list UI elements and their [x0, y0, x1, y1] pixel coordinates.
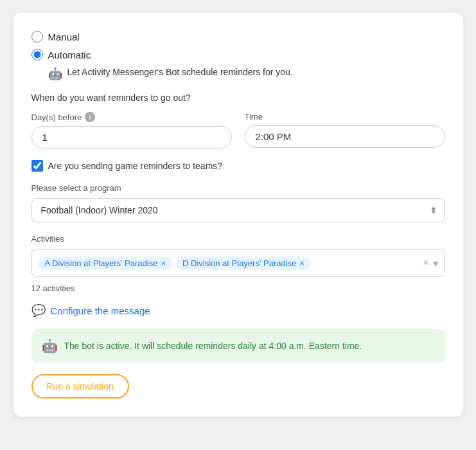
activities-dropdown-button[interactable]: ▾ [433, 257, 438, 269]
configure-row[interactable]: 💬 Configure the message [31, 303, 445, 318]
manual-option-row[interactable]: Manual [31, 31, 445, 42]
game-reminders-checkbox[interactable] [31, 160, 43, 172]
activities-controls: × ▾ [423, 257, 437, 269]
activities-clear-button[interactable]: × [423, 257, 428, 269]
simulation-button[interactable]: Run a simulation [31, 374, 129, 399]
time-field-group: Time [245, 112, 445, 148]
days-time-row: Day(s) before i Time [31, 112, 445, 148]
tag-a-division: A Division at Players' Paradise × [39, 256, 173, 270]
tag-d-division: D Division at Players' Paradise × [176, 256, 311, 270]
game-reminders-label: Are you sending game reminders to teams? [48, 161, 223, 171]
activities-tags-container: A Division at Players' Paradise × D Divi… [39, 256, 419, 270]
time-label: Time [245, 112, 445, 122]
program-select-wrapper: Football (Indoor) Winter 2020 ⬍ [31, 198, 445, 222]
configure-chat-icon: 💬 [31, 303, 46, 318]
bot-description: Let Activity Messenger's Bot schedule re… [67, 67, 293, 77]
bot-icon: 🤖 [48, 67, 62, 81]
manual-radio[interactable] [31, 31, 43, 42]
activities-field[interactable]: A Division at Players' Paradise × D Divi… [31, 249, 445, 277]
days-info-icon[interactable]: i [85, 112, 95, 122]
days-label: Day(s) before i [31, 112, 232, 122]
bot-notice: 🤖 The bot is active. It will schedule re… [31, 329, 445, 363]
bot-notice-text: The bot is active. It will schedule remi… [64, 341, 362, 351]
tag-d-division-close[interactable]: × [299, 259, 304, 267]
bot-notice-icon: 🤖 [42, 338, 58, 354]
manual-label: Manual [48, 32, 80, 42]
tag-d-division-label: D Division at Players' Paradise [182, 258, 296, 268]
tag-a-division-label: A Division at Players' Paradise [45, 258, 158, 268]
automatic-radio[interactable] [31, 49, 43, 60]
activities-count: 12 activities [31, 284, 445, 293]
activities-label: Activities [31, 234, 445, 244]
main-card: Manual Automatic 🤖 Let Activity Messenge… [13, 13, 463, 417]
game-reminders-row[interactable]: Are you sending game reminders to teams? [31, 160, 445, 172]
time-input[interactable] [245, 125, 445, 148]
program-select[interactable]: Football (Indoor) Winter 2020 [31, 198, 445, 222]
bot-description-row: 🤖 Let Activity Messenger's Bot schedule … [48, 67, 445, 81]
automatic-option-row[interactable]: Automatic [31, 49, 445, 60]
days-field-group: Day(s) before i [31, 112, 232, 148]
days-input[interactable] [31, 126, 232, 148]
reminders-question: When do you want reminders to go out? [31, 93, 445, 103]
configure-link[interactable]: Configure the message [51, 305, 150, 316]
automatic-label: Automatic [48, 50, 91, 60]
program-select-label: Please select a program [31, 183, 445, 193]
tag-a-division-close[interactable]: × [161, 259, 166, 267]
